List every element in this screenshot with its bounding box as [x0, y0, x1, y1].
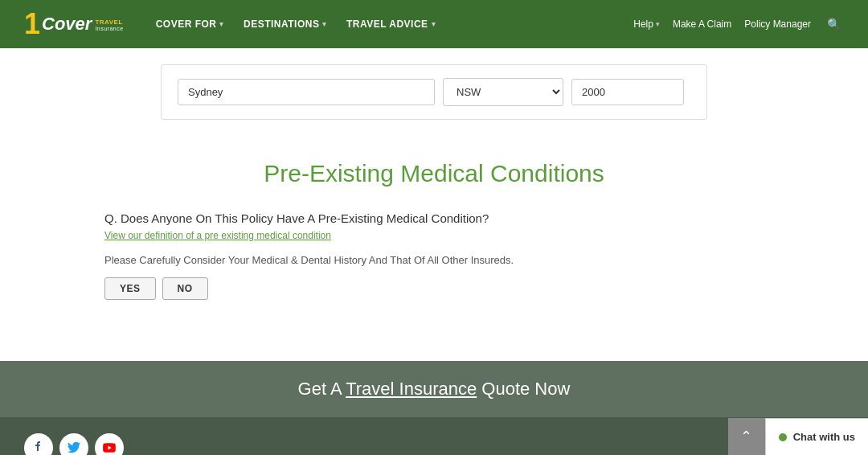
twitter-icon[interactable] [59, 433, 88, 455]
nav-right: Help ▾ Make A Claim Policy Manager 🔍 [633, 14, 844, 34]
chat-button[interactable]: Chat with us [765, 418, 868, 455]
form-bar: NSW VIC QLD WA SA TAS ACT NT [161, 64, 707, 120]
nav-travel-advice[interactable]: TRAVEL ADVICE ▾ [338, 14, 444, 35]
please-text: Please Carefully Consider Your Medical &… [104, 254, 764, 266]
logo-cover: Cover [42, 14, 92, 35]
chevron-up-icon: ⌃ [740, 428, 752, 445]
chat-status-icon [779, 433, 787, 441]
nav-destinations[interactable]: DESTINATIONS ▾ [235, 14, 335, 35]
nav-policy-manager[interactable]: Policy Manager [744, 18, 811, 30]
chevron-down-icon: ▾ [656, 20, 660, 28]
logo-insurance: Insurance [95, 26, 123, 31]
yes-button[interactable]: YES [104, 277, 156, 300]
chevron-down-icon: ▾ [322, 20, 327, 28]
facebook-icon[interactable] [24, 433, 53, 455]
postcode-input[interactable] [571, 79, 684, 105]
logo-travel: Travel [95, 18, 123, 26]
chevron-down-icon: ▾ [219, 20, 224, 28]
nav-help[interactable]: Help ▾ [633, 18, 660, 30]
social-icons [24, 433, 124, 455]
chat-label: Chat with us [793, 431, 855, 443]
footer-cta-text: Get A Travel Insurance Quote Now [298, 379, 571, 400]
form-section: NSW VIC QLD WA SA TAS ACT NT [0, 48, 868, 136]
yn-buttons: YES NO [104, 277, 764, 300]
no-button[interactable]: NO [162, 277, 208, 300]
nav-cover-for[interactable]: COVER FOR ▾ [148, 14, 232, 35]
question-block: Q. Does Anyone On This Policy Have A Pre… [104, 211, 764, 300]
nav-make-claim[interactable]: Make A Claim [673, 18, 731, 30]
scroll-top-button[interactable]: ⌃ [728, 418, 765, 455]
main-content: Pre-Existing Medical Conditions Q. Does … [72, 136, 796, 361]
header: 1 Cover Travel Insurance COVER FOR ▾ DES… [0, 0, 868, 48]
page-title: Pre-Existing Medical Conditions [104, 160, 764, 187]
question-text: Q. Does Anyone On This Policy Have A Pre… [104, 211, 764, 225]
city-input[interactable] [178, 79, 435, 105]
state-select[interactable]: NSW VIC QLD WA SA TAS ACT NT [443, 78, 563, 106]
logo-one: 1 [24, 10, 40, 39]
footer-cta-link[interactable]: Travel Insurance [346, 379, 477, 399]
chat-widget: ⌃ Chat with us [728, 418, 868, 455]
youtube-icon[interactable] [95, 433, 124, 455]
main-nav: COVER FOR ▾ DESTINATIONS ▾ TRAVEL ADVICE… [148, 14, 444, 35]
definition-link[interactable]: View our definition of a pre existing me… [104, 230, 764, 241]
chevron-down-icon: ▾ [432, 20, 436, 28]
search-icon[interactable]: 🔍 [824, 14, 844, 34]
logo[interactable]: 1 Cover Travel Insurance [24, 10, 124, 39]
footer-cta: Get A Travel Insurance Quote Now [0, 361, 868, 417]
